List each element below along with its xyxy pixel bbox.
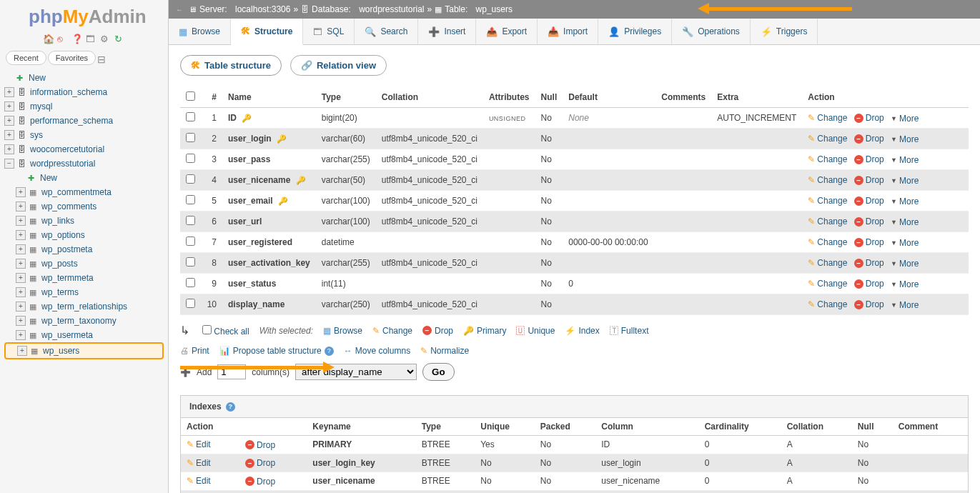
expand-icon[interactable]: + <box>16 216 26 226</box>
action-more[interactable]: ▼More <box>891 238 919 248</box>
idx-edit[interactable]: ✎Edit <box>187 476 211 486</box>
bulk-unique[interactable]: 🇺Unique <box>516 326 555 336</box>
action-change[interactable]: ✎Change <box>808 154 847 164</box>
column-name[interactable]: user_login <box>228 134 272 144</box>
nav-structure[interactable]: 🛠Structure <box>231 19 303 45</box>
action-more[interactable]: ▼More <box>891 300 919 310</box>
nav-browse[interactable]: ▦Browse <box>169 19 231 44</box>
tree-new-table[interactable]: ✚New <box>4 171 164 185</box>
tool-print[interactable]: 🖨Print <box>180 346 209 356</box>
bulk-index[interactable]: ⚡Index <box>565 326 599 336</box>
tree-table-wp_term_taxonomy[interactable]: +▦wp_term_taxonomy <box>4 314 164 328</box>
tree-db-mysql[interactable]: +🗄mysql <box>4 99 164 114</box>
expand-icon[interactable]: + <box>16 287 26 297</box>
tree-table-wp_commentmeta[interactable]: +▦wp_commentmeta <box>4 185 164 199</box>
expand-icon[interactable]: − <box>4 159 14 169</box>
expand-icon[interactable]: + <box>16 201 26 211</box>
nav-privileges[interactable]: 👤Privileges <box>598 19 672 44</box>
bc-server[interactable]: 🖥Server: localhost:3306 <box>189 4 290 14</box>
reload-icon[interactable]: ↻ <box>114 34 126 45</box>
bulk-browse[interactable]: ▦Browse <box>323 326 362 336</box>
idx-edit[interactable]: ✎Edit <box>187 458 211 468</box>
row-checkbox[interactable] <box>186 299 195 308</box>
action-more[interactable]: ▼More <box>891 196 919 206</box>
action-more[interactable]: ▼More <box>891 155 919 165</box>
action-more[interactable]: ▼More <box>891 259 919 269</box>
tree-db-woocomercetutorial[interactable]: +🗄woocomercetutorial <box>4 142 164 156</box>
tree-db-performance_schema[interactable]: +🗄performance_schema <box>4 114 164 128</box>
action-change[interactable]: ✎Change <box>808 175 847 185</box>
collapse-icon[interactable]: ⊟ <box>97 54 106 65</box>
settings-icon[interactable]: ⚙ <box>100 34 112 45</box>
tree-table-wp_posts[interactable]: +▦wp_posts <box>4 257 164 271</box>
expand-icon[interactable]: + <box>4 144 14 154</box>
row-checkbox[interactable] <box>186 133 195 142</box>
action-more[interactable]: ▼More <box>891 176 919 186</box>
nav-insert[interactable]: ➕Insert <box>418 19 476 44</box>
column-name[interactable]: user_url <box>228 216 262 226</box>
action-drop[interactable]: −Drop <box>854 258 884 268</box>
bc-database[interactable]: 🗄Database: wordpresstutorial <box>301 4 424 14</box>
row-checkbox[interactable] <box>186 236 195 246</box>
column-name[interactable]: user_nicename <box>228 175 290 185</box>
action-change[interactable]: ✎Change <box>808 216 847 226</box>
action-drop[interactable]: −Drop <box>854 175 884 185</box>
tree-table-wp_options[interactable]: +▦wp_options <box>4 228 164 242</box>
column-name[interactable]: user_registered <box>228 237 292 247</box>
action-change[interactable]: ✎Change <box>808 196 847 206</box>
row-checkbox[interactable] <box>186 154 195 163</box>
row-checkbox[interactable] <box>186 216 195 225</box>
row-checkbox[interactable] <box>186 174 195 184</box>
tree-table-wp_term_relationships[interactable]: +▦wp_term_relationships <box>4 299 164 314</box>
logout-icon[interactable]: ⎋ <box>57 34 69 45</box>
expand-icon[interactable]: + <box>16 187 26 197</box>
expand-icon[interactable]: + <box>16 244 26 254</box>
expand-icon[interactable]: + <box>4 116 14 126</box>
bulk-drop[interactable]: −Drop <box>422 326 453 336</box>
go-button[interactable]: Go <box>422 363 455 381</box>
bulk-primary[interactable]: 🔑Primary <box>463 326 506 336</box>
row-checkbox[interactable] <box>186 278 195 287</box>
tab-favorites[interactable]: Favorites <box>48 51 96 65</box>
column-name[interactable]: ID <box>228 113 237 123</box>
bulk-change[interactable]: ✎Change <box>372 326 412 336</box>
idx-drop[interactable]: −Drop <box>245 440 275 450</box>
tree-db-information_schema[interactable]: +🗄information_schema <box>4 85 164 99</box>
nav-export[interactable]: 📤Export <box>476 19 538 44</box>
checkall-label[interactable]: Check all <box>202 325 249 337</box>
tool-propose[interactable]: 📊Propose table structure ? <box>219 346 334 356</box>
action-change[interactable]: ✎Change <box>808 258 847 268</box>
tool-movecols[interactable]: ↔Move columns <box>344 346 410 356</box>
tab-recent[interactable]: Recent <box>6 51 46 65</box>
action-change[interactable]: ✎Change <box>808 237 847 247</box>
expand-icon[interactable]: + <box>4 87 14 97</box>
action-drop[interactable]: −Drop <box>854 299 884 309</box>
action-change[interactable]: ✎Change <box>808 279 847 289</box>
column-name[interactable]: user_activation_key <box>228 258 310 268</box>
sql-icon[interactable]: 🗔 <box>86 34 97 45</box>
expand-icon[interactable]: + <box>16 302 26 312</box>
action-drop[interactable]: −Drop <box>854 134 884 144</box>
bc-table[interactable]: ▦Table: wp_users <box>435 4 513 14</box>
nav-triggers[interactable]: ⚡Triggers <box>751 19 818 44</box>
nav-search[interactable]: 🔍Search <box>355 19 418 44</box>
row-checkbox[interactable] <box>186 112 195 121</box>
action-drop[interactable]: −Drop <box>854 237 884 247</box>
expand-icon[interactable]: + <box>16 273 26 283</box>
action-drop[interactable]: −Drop <box>854 279 884 289</box>
nav-operations[interactable]: 🔧Operations <box>672 19 751 44</box>
action-more[interactable]: ▼More <box>891 114 919 124</box>
help-icon[interactable]: ? <box>325 347 334 356</box>
checkall-header[interactable] <box>186 91 195 101</box>
nav-back-icon[interactable]: ← <box>176 6 184 14</box>
bulk-fulltext[interactable]: 🇹Fulltext <box>610 326 649 336</box>
action-change[interactable]: ✎Change <box>808 113 847 123</box>
idx-drop[interactable]: −Drop <box>245 477 275 487</box>
tree-table-wp_terms[interactable]: +▦wp_terms <box>4 285 164 299</box>
row-checkbox[interactable] <box>186 195 195 204</box>
expand-icon[interactable]: + <box>4 130 14 140</box>
home-icon[interactable]: 🏠 <box>43 34 54 45</box>
idx-edit[interactable]: ✎Edit <box>187 439 211 449</box>
action-drop[interactable]: −Drop <box>854 113 884 123</box>
btn-table-structure[interactable]: 🛠Table structure <box>180 55 282 76</box>
